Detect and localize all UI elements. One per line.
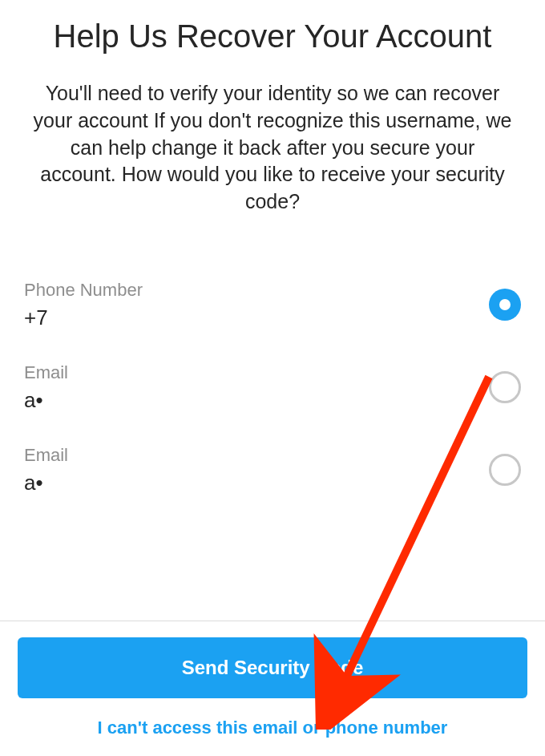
option-label: Email xyxy=(24,445,68,466)
option-value: a• xyxy=(24,388,68,413)
option-email-2[interactable]: Email a• xyxy=(24,429,521,511)
page-title: Help Us Recover Your Account xyxy=(0,0,545,64)
option-value: +7 xyxy=(24,305,143,330)
options-list: Phone Number +7 Email a• Email a• xyxy=(0,240,545,621)
send-code-button[interactable]: Send Security Code xyxy=(18,637,527,698)
radio-unselected-icon[interactable] xyxy=(489,371,521,403)
option-label: Phone Number xyxy=(24,280,143,301)
bottom-actions: Send Security Code I can't access this e… xyxy=(0,621,545,756)
option-value: a• xyxy=(24,471,68,495)
option-text: Phone Number +7 xyxy=(24,280,143,330)
option-phone[interactable]: Phone Number +7 xyxy=(24,264,521,346)
radio-selected-icon[interactable] xyxy=(489,289,521,321)
radio-unselected-icon[interactable] xyxy=(489,454,521,486)
page-description: You'll need to verify your identity so w… xyxy=(0,64,545,240)
option-email-1[interactable]: Email a• xyxy=(24,346,521,429)
option-label: Email xyxy=(24,362,68,383)
option-text: Email a• xyxy=(24,362,68,413)
cant-access-link[interactable]: I can't access this email or phone numbe… xyxy=(18,718,527,738)
option-text: Email a• xyxy=(24,445,68,495)
